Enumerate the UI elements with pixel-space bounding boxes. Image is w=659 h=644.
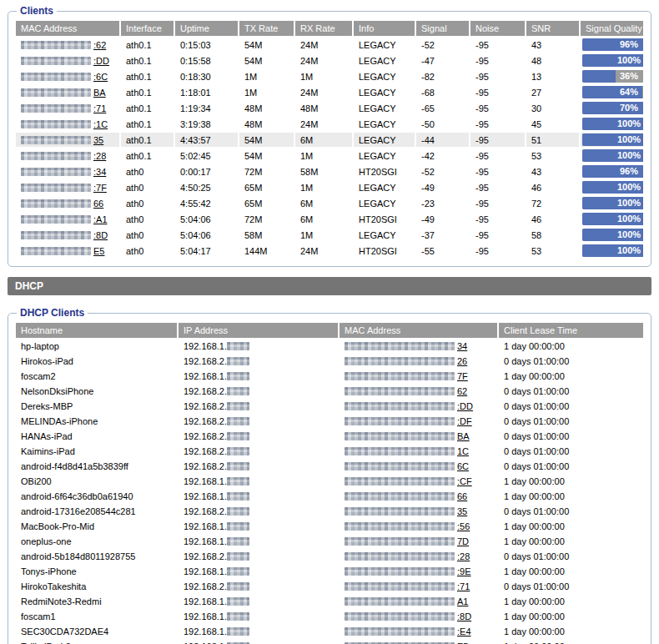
tx-rate-cell: 72M xyxy=(239,212,294,226)
snr-cell: 53 xyxy=(526,244,579,258)
hostname-cell: HirokoTakeshita xyxy=(16,580,177,593)
client-table-row: :71 ath0.1 1:19:34 48M 48M LEGACY -65 -9… xyxy=(16,101,643,115)
mac-address-link[interactable]: :A1 xyxy=(93,214,108,224)
mac-address-link[interactable]: :DD xyxy=(93,56,109,66)
mac-address-link[interactable]: :8D xyxy=(457,611,471,621)
mac-address-link[interactable]: :28 xyxy=(93,151,106,161)
lease-time-cell: 0 days 01:00:00 xyxy=(499,460,643,473)
noise-cell: -95 xyxy=(470,212,525,226)
redacted-ip-block xyxy=(227,552,249,561)
mac-address-link[interactable]: 35 xyxy=(457,506,467,516)
dhcp-table-row: SEC30CDA732DAE4 192.168.1. :E4 1 day 00:… xyxy=(16,625,643,638)
ip-prefix: 192.168.1. xyxy=(184,521,227,531)
lease-time-cell: 1 day 00:00:00 xyxy=(499,565,643,578)
mac-address-link[interactable]: :E4 xyxy=(457,626,471,636)
uptime-cell: 4:43:57 xyxy=(175,133,238,147)
redacted-ip-block xyxy=(227,432,249,440)
signal-quality-cell: 64% xyxy=(581,85,643,99)
redacted-ip-block xyxy=(227,567,249,576)
tx-rate-cell: 48M xyxy=(239,117,294,131)
mac-address-link[interactable]: :6C xyxy=(93,72,108,82)
dhcp-table-row: RedmiNote3-Redmi 192.168.1. A1 1 day 00:… xyxy=(16,595,643,608)
mac-address-link[interactable]: :71 xyxy=(93,103,106,113)
mac-address-link[interactable]: :28 xyxy=(457,551,470,561)
mac-address-link[interactable]: 7D xyxy=(457,536,469,546)
redacted-mac-block xyxy=(345,627,455,636)
tx-rate-cell: 72M xyxy=(239,164,294,179)
uptime-cell: 0:18:30 xyxy=(175,69,238,83)
dhcp-clients-panel-title: DHCP Clients xyxy=(17,307,88,319)
mac-address-cell: BA xyxy=(340,430,497,443)
mac-address-link[interactable]: A1 xyxy=(457,596,468,606)
rx-rate-cell: 1M xyxy=(295,180,352,194)
signal-cell: -52 xyxy=(416,38,469,52)
signal-quality-cell: 100% xyxy=(581,196,643,210)
mac-address-link[interactable]: :71 xyxy=(457,581,470,591)
rx-rate-cell: 24M xyxy=(295,85,352,99)
snr-cell: 46 xyxy=(526,180,579,194)
mac-address-link[interactable]: BA xyxy=(93,88,106,98)
mac-address-cell: A1 xyxy=(340,595,497,608)
noise-cell: -95 xyxy=(470,148,525,163)
mac-address-link[interactable]: :7F xyxy=(93,183,107,193)
mac-address-link[interactable]: 1C xyxy=(457,446,469,456)
ip-address-cell: 192.168.1. xyxy=(179,625,338,638)
hostname-cell: Tailis-iPad-2 xyxy=(16,640,177,644)
info-cell: HT20SGI xyxy=(354,164,415,179)
redacted-ip-block xyxy=(227,627,249,636)
mac-address-link[interactable]: 66 xyxy=(457,491,467,501)
signal-quality-cell: 100% xyxy=(581,180,643,194)
redacted-mac-block xyxy=(21,152,91,160)
client-table-row: :A1 ath0 5:04:06 72M 6M HT20SGI -49 -95 … xyxy=(16,212,643,226)
mac-address-link[interactable]: BA xyxy=(457,431,470,441)
redacted-ip-block xyxy=(227,402,249,410)
signal-quality-label: 100% xyxy=(582,118,643,130)
snr-cell: 13 xyxy=(526,69,579,83)
redacted-ip-block xyxy=(227,372,249,380)
mac-address-cell: :8D xyxy=(340,610,497,623)
mac-address-link[interactable]: 26 xyxy=(457,356,467,366)
ip-address-cell: 192.168.1. xyxy=(179,595,338,608)
mac-address-link[interactable]: 66 xyxy=(93,199,103,209)
dhcp-table-row: android-6f64c36db0a61940 192.168.1. 66 1… xyxy=(16,490,643,503)
mac-address-cell: :28 xyxy=(340,550,497,563)
mac-address-link[interactable]: 34 xyxy=(457,341,467,351)
mac-address-link[interactable]: :1C xyxy=(93,119,108,129)
mac-address-link[interactable]: :62 xyxy=(93,40,106,50)
uptime-cell: 5:04:17 xyxy=(175,244,238,258)
dhcp-table-row: MacBook-Pro-Mid 192.168.1. :56 1 day 00:… xyxy=(16,520,643,533)
signal-quality-bar: 70% xyxy=(582,102,643,114)
mac-address-link[interactable]: E5 xyxy=(93,246,104,256)
signal-cell: -82 xyxy=(416,69,469,83)
dhcp-table-body: hp-laptop 192.168.1. 34 1 day 00:00:00 H… xyxy=(16,340,643,644)
mac-address-link[interactable]: 7F xyxy=(457,371,468,381)
mac-address-link[interactable]: :56 xyxy=(457,521,470,531)
mac-address-link[interactable]: 35 xyxy=(93,135,103,145)
mac-address-link[interactable]: :CF xyxy=(457,476,472,486)
mac-address-link[interactable]: :9E xyxy=(457,566,471,576)
lease-time-cell: 0 days 01:00:00 xyxy=(499,400,643,413)
noise-cell: -95 xyxy=(470,228,525,242)
mac-address-link[interactable]: :DD xyxy=(457,401,473,411)
interface-cell: ath0 xyxy=(121,244,174,258)
hostname-cell: HANAs-iPad xyxy=(16,430,177,443)
mac-address-link[interactable]: :34 xyxy=(93,167,106,177)
mac-address-link[interactable]: 62 xyxy=(457,386,467,396)
info-cell: HT20SGI xyxy=(354,244,415,258)
signal-quality-label: 100% xyxy=(582,149,643,162)
info-cell: HT20SGI xyxy=(354,212,415,226)
snr-cell: 53 xyxy=(526,148,579,163)
ip-address-cell: 192.168.2. xyxy=(179,550,338,563)
mac-address-link[interactable]: :8D xyxy=(93,230,108,240)
noise-cell: -95 xyxy=(470,117,525,131)
mac-address-link[interactable]: :DF xyxy=(457,416,472,426)
redacted-mac-block xyxy=(345,612,455,621)
redacted-mac-block xyxy=(345,372,455,380)
mac-address-link[interactable]: 6C xyxy=(457,461,469,471)
redacted-mac-block xyxy=(21,57,91,65)
signal-quality-bar: 100% xyxy=(582,181,643,194)
lease-time-cell: 0 days 01:00:00 xyxy=(499,415,643,428)
ip-prefix: 192.168.2. xyxy=(184,431,227,441)
hostname-cell: MacBook-Pro-Mid xyxy=(16,520,177,533)
mac-address-cell: 35 xyxy=(16,133,119,147)
